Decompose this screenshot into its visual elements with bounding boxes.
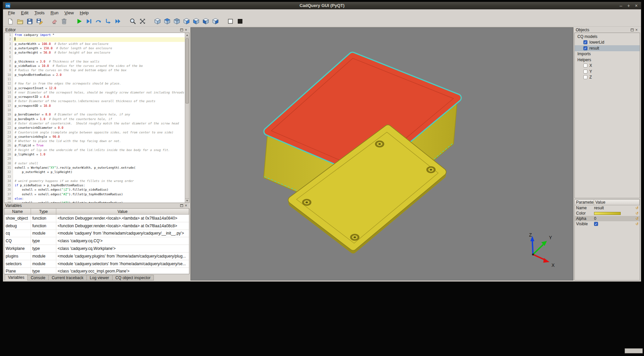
variables-close-icon[interactable] xyxy=(185,204,188,208)
tree-item-x[interactable]: X xyxy=(575,63,640,69)
close-button[interactable]: × xyxy=(635,3,638,8)
continue-execution-button[interactable] xyxy=(113,17,123,26)
zoom-to-fit-button[interactable] xyxy=(128,17,138,26)
code-line-8[interactable]: 8p_sideRadius = 10.0 # Radius for the cu… xyxy=(4,64,185,68)
tree-item-z[interactable]: Z xyxy=(575,75,640,81)
tab-current-traceback[interactable]: Current traceback xyxy=(48,275,87,280)
view-top-button[interactable] xyxy=(162,17,172,26)
code-line-29[interactable]: 29 xyxy=(4,157,185,161)
code-line-13[interactable]: 13p_screwpostInset = 12.0 xyxy=(4,86,185,90)
tree-item-lowerlid[interactable]: ✓lowerLid xyxy=(575,40,640,46)
objects-float-icon[interactable] xyxy=(631,29,634,31)
viewport-3d[interactable]: Z Y X xyxy=(190,27,573,280)
variable-row-show-object[interactable]: show_objectfunction<function Debugger.re… xyxy=(4,215,189,222)
reset-icon[interactable]: ↺ xyxy=(634,222,640,226)
code-area[interactable]: 1from cadquery import *23p_outerWidth = … xyxy=(4,33,185,203)
code-line-31[interactable]: 31oshell = Workplane("XY").rect(p_outerW… xyxy=(4,166,185,170)
scrollbar-thumb[interactable] xyxy=(185,38,189,103)
param-column-header-value[interactable]: Value xyxy=(594,200,640,205)
step-over-button[interactable] xyxy=(94,17,103,26)
menu-help[interactable]: Help xyxy=(77,10,92,16)
code-line-38[interactable]: 38else: xyxy=(4,197,185,201)
tree-item-imports[interactable]: Imports xyxy=(575,51,640,57)
param-row-alpha[interactable]: Alpha0↺ xyxy=(575,216,640,221)
tab-console[interactable]: Console xyxy=(27,275,49,280)
view-left-button[interactable] xyxy=(201,17,210,26)
code-line-35[interactable]: 35if p_sideRadius > p_topAndBottomRadius… xyxy=(4,183,185,188)
wireframe-view-button[interactable] xyxy=(225,17,235,26)
code-line-24[interactable]: 24p_countersinkAngle = 90.0 xyxy=(4,135,185,139)
editor-close-icon[interactable] xyxy=(185,28,188,32)
code-line-36[interactable]: 36 oshell = oshell.edges("|Z").fillet(p_… xyxy=(4,188,185,192)
param-row-visible[interactable]: Visible✓↺ xyxy=(575,221,640,227)
checkbox-x[interactable] xyxy=(583,64,587,68)
scroll-down-icon[interactable] xyxy=(185,198,189,203)
code-line-9[interactable]: 9# Radius for the curves on the top and … xyxy=(4,68,185,73)
save-as-button[interactable] xyxy=(35,17,44,26)
tree-item-helpers[interactable]: Helpers xyxy=(575,57,640,63)
view-right-button[interactable] xyxy=(210,17,220,26)
code-line-39[interactable]: 39 oshell = oshell.edges("#Z").fillet(p_… xyxy=(4,201,185,203)
menu-edit[interactable]: Edit xyxy=(18,10,31,16)
code-line-28[interactable]: 28p_lipHeight = 1.0 xyxy=(4,152,185,157)
title-bar[interactable]: cq CadQuery GUI (PyQT) –+× xyxy=(3,2,641,9)
code-line-21[interactable]: 21# Outer diameter of countersink. Shoul… xyxy=(4,121,185,126)
variable-row-cq[interactable]: CQtype<class 'cadquery.cq.CQ'> xyxy=(4,237,189,245)
variable-row-cq[interactable]: cqmodule<module 'cadquery' from '/home/a… xyxy=(4,230,189,238)
code-line-10[interactable]: 10p_topAndBottomRadius = 2.0 xyxy=(4,73,185,77)
code-line-15[interactable]: 15p_screwpostID = 4.0 xyxy=(4,95,185,99)
param-row-color[interactable]: Color↺ xyxy=(575,211,640,216)
view-front-button[interactable] xyxy=(181,17,191,26)
tree-item-result[interactable]: ✓result xyxy=(575,45,640,51)
editor-float-icon[interactable] xyxy=(180,29,183,31)
visible-checkbox[interactable]: ✓ xyxy=(594,222,598,226)
run-script-button[interactable] xyxy=(74,17,84,26)
code-line-6[interactable]: 6 xyxy=(4,55,185,59)
reset-icon[interactable]: ↺ xyxy=(634,217,640,221)
debug-script-button[interactable] xyxy=(84,17,94,26)
code-line-22[interactable]: 22p_countersinkDiameter = 0.0 xyxy=(4,126,185,130)
code-line-20[interactable]: 20p_boreDepth = 1.0 # Depth of the count… xyxy=(4,117,185,121)
code-line-30[interactable]: 30# outer shell xyxy=(4,161,185,166)
code-line-7[interactable]: 7p_thickness = 3.0 # Thickness of the bo… xyxy=(4,60,185,64)
editor-scrollbar[interactable] xyxy=(185,33,189,203)
scroll-up-icon[interactable] xyxy=(185,33,189,37)
variable-row-plane[interactable]: Planetype<class 'cadquery.occ_impl.geom.… xyxy=(4,268,189,274)
code-line-37[interactable]: 37 oshell = oshell.edges("#Z").fillet(p_… xyxy=(4,192,185,197)
code-line-26[interactable]: 26p_flipLid = True xyxy=(4,143,185,148)
code-line-5[interactable]: 5p_outerHeight = 50.0 # Outer height of … xyxy=(4,51,185,55)
code-line-23[interactable]: 23# Countersink angle (complete angle be… xyxy=(4,130,185,135)
tree-item-cq-models[interactable]: CQ models xyxy=(575,34,640,40)
view-bottom-button[interactable] xyxy=(172,17,181,26)
save-file-button[interactable] xyxy=(25,17,35,26)
step-into-button[interactable] xyxy=(103,17,113,26)
tab-log-viewer[interactable]: Log viewer xyxy=(87,275,113,280)
code-line-11[interactable]: 11 xyxy=(4,77,185,82)
shaded-view-button[interactable] xyxy=(235,17,245,26)
maximize-button[interactable]: + xyxy=(627,3,630,8)
column-header-value[interactable]: Value xyxy=(56,209,189,215)
new-file-button[interactable] xyxy=(6,17,15,26)
param-row-name[interactable]: Nameresult↺ xyxy=(575,205,640,211)
code-line-3[interactable]: 3p_outerWidth = 100.0 # Outer width of b… xyxy=(4,42,185,46)
menu-file[interactable]: File xyxy=(5,10,18,16)
column-header-name[interactable]: Name xyxy=(4,209,31,215)
code-line-14[interactable]: 14# nner Diameter of the screwpost holes… xyxy=(4,90,185,95)
checkbox-lowerlid[interactable]: ✓ xyxy=(583,40,587,44)
view-back-button[interactable] xyxy=(191,17,201,26)
code-line-19[interactable]: 19p_boreDiameter = 8.0 # Diameter of the… xyxy=(4,112,185,117)
code-line-17[interactable]: 17p_screwpostOD = 10.0 xyxy=(4,104,185,108)
code-line-32[interactable]: 32 p_outerHeight + p_lipHeight) xyxy=(4,170,185,174)
variable-row-debug[interactable]: debugfunction<function Debugger.render.<… xyxy=(4,222,189,230)
reset-icon[interactable]: ↺ xyxy=(634,211,640,216)
menu-view[interactable]: View xyxy=(62,10,77,16)
view-isometric-button[interactable] xyxy=(153,17,162,26)
checkbox-y[interactable] xyxy=(583,70,587,74)
reset-icon[interactable]: ↺ xyxy=(634,206,640,210)
code-line-12[interactable]: 12# How far in from the edges the screwp… xyxy=(4,82,185,86)
variable-row-plugins[interactable]: pluginsmodule<module 'cadquery.plugins' … xyxy=(4,253,189,260)
code-line-1[interactable]: 1from cadquery import * xyxy=(4,33,185,37)
code-line-4[interactable]: 4p_outerLength = 150.0 # Outer length of… xyxy=(4,46,185,51)
delete-all-button[interactable] xyxy=(59,17,69,26)
menu-run[interactable]: Run xyxy=(48,10,62,16)
